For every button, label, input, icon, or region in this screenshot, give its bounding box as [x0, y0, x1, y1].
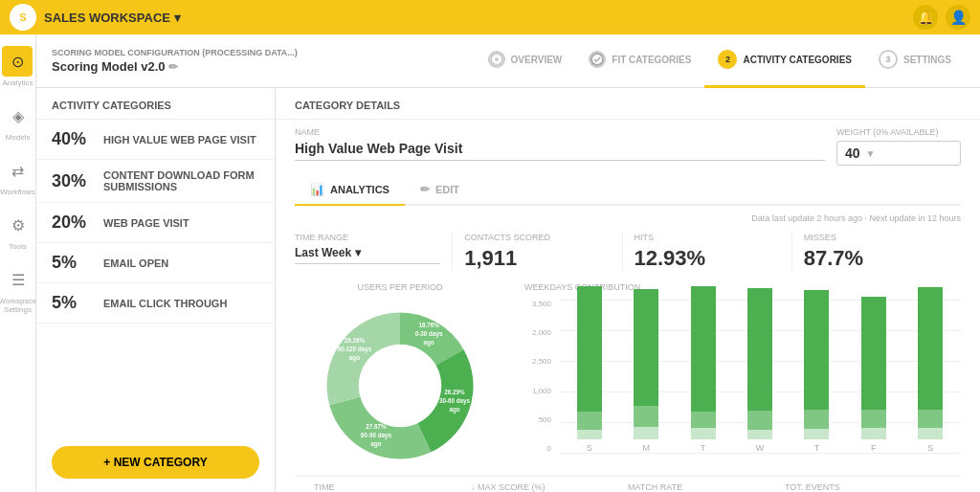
content-area: SCORING MODEL CONFIGURATION (Processing … — [36, 34, 980, 492]
bar-segment-0 — [577, 286, 602, 412]
bar-stack — [804, 286, 829, 439]
bar-stack — [634, 286, 658, 439]
dropdown-chevron-icon: ▾ — [355, 246, 361, 259]
sidebar: ⊙ Analytics ◈ Models ⇄ Workflows ⚙ Tools… — [0, 34, 36, 492]
sidebar-item-tools[interactable]: ⚙ Tools — [3, 206, 33, 255]
category-pct: 20% — [52, 212, 92, 233]
edit-analytics-label: EDIT — [435, 184, 459, 195]
fit-tab-icon — [589, 51, 606, 68]
category-list-item[interactable]: 30% CONTENT DOWNLOAD FORM SUBMISSIONS — [36, 160, 275, 203]
bar-day: F — [847, 286, 900, 453]
svg-point-1 — [495, 57, 499, 61]
tabs-nav: OVERVIEW FIT CATEGORIES2ACTIVITY CATEGOR… — [475, 34, 965, 88]
stat-value: 87.7% — [804, 246, 949, 271]
bar-segment-1 — [918, 410, 943, 428]
bar-chart-wrapper: 3,5002,0002,5001,0005000SMTWTFS — [524, 300, 961, 453]
bar-segment-0 — [804, 290, 829, 410]
bottom-row: TIME↓ MAX SCORE (%)MATCH RATETOT. EVENTS — [295, 476, 961, 492]
bar-segment-1 — [861, 410, 886, 428]
bar-segment-0 — [918, 287, 943, 410]
bar-segment-2 — [634, 427, 658, 439]
bar-day: S — [904, 286, 957, 453]
stat-misses: MISSES 87.7% — [792, 233, 961, 271]
bottom-col-time: TIME — [314, 482, 471, 492]
time-range-select[interactable]: Last Week ▾ — [295, 246, 440, 264]
activity-categories-tab-label: ACTIVITY CATEGORIES — [743, 55, 852, 65]
overview-tab-label: OVERVIEW — [511, 55, 563, 65]
sidebar-item-models[interactable]: ◈ Models — [3, 97, 33, 145]
category-name: CONTENT DOWNLOAD FORM SUBMISSIONS — [103, 169, 259, 192]
top-bar: S SALES WORKSPACE ▾ 🔔 👤 — [0, 0, 980, 34]
home-icon: ⊙ — [2, 46, 33, 77]
category-list-item[interactable]: 20% WEB PAGE VISIT — [36, 203, 275, 243]
bar-segment-2 — [577, 430, 602, 439]
bar-day-label: M — [642, 443, 650, 453]
tab-overview[interactable]: OVERVIEW — [475, 34, 576, 88]
bar-segment-2 — [747, 430, 772, 439]
name-field: NAME High Value Web Page Visit — [295, 127, 825, 161]
stat-label: MISSES — [804, 233, 949, 242]
donut-segment-3 — [327, 313, 401, 406]
weight-field: WEIGHT (0% AVAILABLE) 40 ▼ — [836, 127, 961, 166]
edit-model-icon[interactable]: ✏ — [168, 60, 178, 74]
weight-value: 40 — [845, 145, 860, 161]
y-label: 2,500 — [524, 357, 551, 366]
bar-day-label: S — [587, 443, 592, 453]
y-label: 1,000 — [524, 387, 551, 395]
workflows-icon: ⇄ — [3, 155, 33, 186]
stat-hits: HITS 12.93% — [623, 233, 792, 271]
bars-container: SMTWTFS — [559, 300, 961, 453]
analytics-analytics-icon: 📊 — [310, 183, 324, 196]
bar-day: W — [733, 286, 786, 453]
analytics-tab-analytics[interactable]: 📊 ANALYTICS — [295, 175, 405, 206]
y-axis: 3,5002,0002,5001,0005000 — [524, 300, 555, 453]
donut-section: USERS PER PERIOD 16.76%0-30 daysago26.29… — [295, 282, 505, 476]
workspace-label[interactable]: SALES WORKSPACE ▾ — [44, 11, 181, 25]
bar-segment-0 — [861, 297, 886, 410]
category-list-item[interactable]: 5% EMAIL CLICK THROUGH — [36, 283, 275, 324]
category-list-item[interactable]: 5% EMAIL OPEN — [36, 243, 275, 283]
sidebar-item-workflows[interactable]: ⇄ Workflows — [0, 151, 35, 200]
weight-label: WEIGHT (0% AVAILABLE) — [836, 127, 961, 137]
tab-activity-categories[interactable]: 2ACTIVITY CATEGORIES — [704, 34, 865, 88]
bottom-col-match-rate: MATCH RATE — [628, 482, 785, 492]
stat-contacts-scored: CONTACTS SCORED 1,911 — [453, 233, 622, 271]
sidebar-item-home[interactable]: ⊙ Analytics — [2, 42, 33, 91]
stat-label: HITS — [635, 233, 780, 242]
page-body: ACTIVITY CATEGORIES 40% HIGH VALUE WEB P… — [36, 88, 980, 492]
analytics-tab-edit[interactable]: ✏ EDIT — [405, 175, 475, 206]
bar-segment-1 — [577, 412, 602, 430]
category-pct: 5% — [52, 293, 92, 313]
weight-box[interactable]: 40 ▼ — [836, 141, 961, 166]
bar-segment-1 — [747, 411, 772, 430]
scoring-config-label: SCORING MODEL CONFIGURATION (Processing … — [52, 48, 298, 57]
name-weight-row: NAME High Value Web Page Visit WEIGHT (0… — [295, 127, 961, 166]
tab-fit-categories[interactable]: FIT CATEGORIES — [575, 34, 704, 88]
category-list-item[interactable]: 40% HIGH VALUE WEB PAGE VISIT — [36, 120, 275, 160]
bar-day: S — [563, 286, 615, 453]
stat-value: 12.93% — [635, 246, 780, 271]
tab-settings[interactable]: 3SETTINGS — [865, 34, 965, 88]
donut-chart: 16.76%0-30 daysago26.29%30-60 daysago27.… — [314, 300, 486, 472]
analytics-analytics-label: ANALYTICS — [330, 184, 390, 195]
category-pct: 5% — [52, 253, 92, 273]
new-category-button[interactable]: + NEW CATEGORY — [52, 446, 259, 479]
sidebar-item-workspace[interactable]: ☰ Workspace Settings — [0, 260, 36, 318]
workspace-icon: ☰ — [3, 264, 33, 295]
bar-segment-2 — [691, 428, 716, 439]
y-label: 2,000 — [524, 328, 551, 337]
bell-icon[interactable]: 🔔 — [913, 5, 938, 30]
activity-tab-icon: 2 — [718, 50, 737, 69]
bar-day-label: T — [814, 443, 820, 453]
time-range-label: TIME RANGE — [295, 233, 440, 242]
bar-segment-2 — [918, 428, 943, 439]
second-nav: SCORING MODEL CONFIGURATION (Processing … — [36, 34, 980, 88]
bar-day-label: F — [871, 443, 877, 453]
analytics-tabs: 📊 ANALYTICS ✏ EDIT — [295, 175, 961, 206]
workflows-label: Workflows — [0, 188, 35, 196]
stat-value: 1,911 — [464, 246, 610, 271]
charts-row: USERS PER PERIOD 16.76%0-30 daysago26.29… — [295, 282, 961, 476]
user-icon[interactable]: 👤 — [946, 5, 970, 30]
bar-segment-1 — [691, 412, 716, 429]
y-label: 0 — [524, 444, 551, 453]
